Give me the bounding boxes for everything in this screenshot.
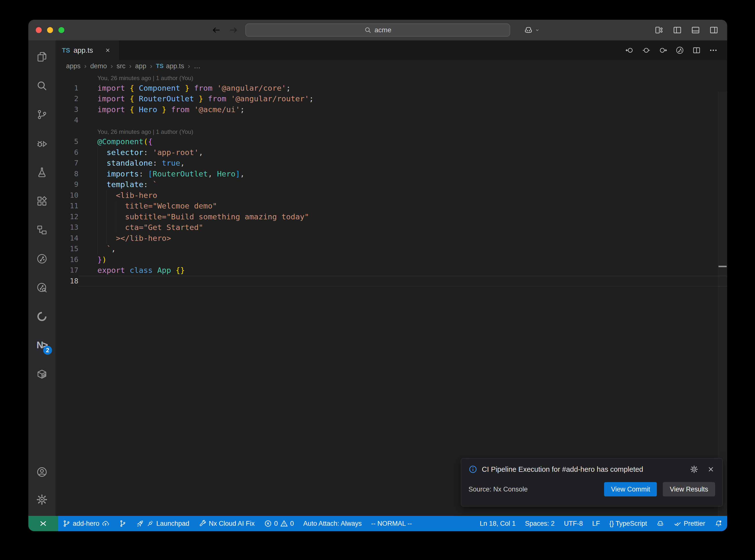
status-item-nx-cloud-ai-fix[interactable]: Nx Cloud AI Fix (194, 516, 259, 531)
status-item-notifications-bell[interactable] (710, 516, 727, 531)
line-number: 15 (56, 243, 78, 254)
code-token: class (130, 266, 157, 275)
gitlens-next-change-button[interactable] (659, 46, 668, 55)
code-token (97, 159, 106, 167)
code-token: : (143, 148, 153, 157)
code-line-17: 17export class App {} (56, 265, 727, 276)
minimize-window-button[interactable] (47, 27, 53, 33)
indent-guide (97, 212, 98, 222)
gitlens-previous-change-button[interactable] (625, 46, 634, 55)
activity-item-project-hierarchy[interactable] (28, 215, 56, 244)
activity-item-extensions[interactable] (28, 186, 56, 215)
activity-item-manage-settings[interactable] (28, 486, 56, 514)
line-content: <lib-hero (78, 190, 727, 201)
activity-item-run-and-debug[interactable] (28, 129, 56, 158)
nav-forward-button[interactable] (229, 25, 238, 35)
activity-item-nx-console[interactable]: N>2 (28, 331, 56, 360)
swirl-icon (36, 311, 48, 322)
gitlens-commit-graph-button[interactable] (675, 46, 684, 55)
activity-item-browser-tools[interactable] (28, 302, 56, 331)
activity-item-search[interactable] (28, 71, 56, 100)
indent-guide (116, 222, 116, 233)
indent-guide (97, 179, 98, 190)
status-item-label: 0 (290, 520, 294, 527)
breadcrumb-item-[interactable]: … (194, 62, 200, 70)
notification-settings-gear-icon[interactable] (690, 465, 698, 474)
notification-close-icon[interactable] (707, 465, 715, 474)
status-item-copilot[interactable] (652, 516, 669, 531)
line-number: 5 (56, 136, 78, 147)
code-token: } (157, 105, 166, 114)
status-item-git-graph[interactable] (114, 516, 132, 531)
code-token: {} (176, 266, 185, 275)
status-item-language-mode[interactable]: {} TypeScript (604, 516, 652, 531)
code-editor[interactable]: You, 26 minutes ago | 1 author (You)1imp… (56, 72, 727, 516)
typescript-file-icon: TS (62, 46, 70, 54)
code-line-5: 5@Component({ (56, 136, 727, 147)
activity-item-explorer[interactable] (28, 42, 56, 71)
line-content: `, (78, 243, 727, 254)
split-editor-button[interactable] (692, 46, 701, 55)
activity-bar: N>2 (28, 40, 56, 516)
code-token: { (130, 83, 139, 93)
toggle-secondary-sidebar-button[interactable] (709, 25, 719, 35)
status-bar: add-heroLaunchpadNx Cloud AI Fix00Auto A… (28, 516, 727, 531)
title-bar: acme (28, 20, 727, 40)
customize-layout-button[interactable] (654, 25, 664, 35)
tab-app-ts[interactable]: TS app.ts (56, 40, 119, 60)
breadcrumb-item-src[interactable]: src (117, 62, 125, 70)
activity-item-containers[interactable] (28, 360, 56, 388)
toggle-panel-button[interactable] (691, 25, 700, 35)
gitlens-inspect-icon (36, 282, 48, 294)
gitlens-open-changes-button[interactable] (642, 46, 651, 55)
indent-guide (97, 168, 98, 179)
code-token: : (139, 169, 148, 178)
code-line-9: 9 template: ` (56, 179, 727, 190)
breadcrumb-item-app[interactable]: app (135, 62, 146, 70)
status-item-auto-attach[interactable]: Auto Attach: Always (299, 516, 366, 531)
editor-scrollbar[interactable] (718, 92, 727, 516)
line-content: @Component({ (78, 136, 727, 147)
status-item-eol[interactable]: LF (588, 516, 605, 531)
code-token (97, 169, 106, 178)
activity-item-testing[interactable] (28, 158, 56, 186)
code-line-3: 3import { Hero } from '@acme/ui'; (56, 104, 727, 115)
activity-item-gitlens[interactable] (28, 244, 56, 273)
source-control-icon (36, 109, 48, 121)
breadcrumb-item-appts[interactable]: TSapp.ts (156, 62, 184, 70)
code-token: [ (148, 169, 153, 178)
code-token: import (97, 83, 130, 93)
status-item-indentation[interactable]: Spaces: 2 (520, 516, 559, 531)
status-item-encoding[interactable]: UTF-8 (559, 516, 588, 531)
copilot-menu[interactable] (523, 20, 540, 40)
status-item-problems[interactable]: 00 (259, 516, 299, 531)
code-token: , (180, 159, 185, 167)
zoom-window-button[interactable] (58, 27, 64, 33)
breadcrumb-item-apps[interactable]: apps (66, 62, 81, 70)
breadcrumb-item-demo[interactable]: demo (90, 62, 107, 70)
code-token: true (162, 159, 180, 167)
command-center-search[interactable]: acme (245, 23, 510, 37)
code-line-10: 10 <lib-hero (56, 190, 727, 201)
toggle-primary-sidebar-button[interactable] (672, 25, 682, 35)
status-item-vim-mode[interactable]: -- NORMAL -- (366, 516, 416, 531)
close-window-button[interactable] (36, 27, 42, 33)
status-item-git-branch[interactable]: add-hero (58, 516, 114, 531)
view-results-button[interactable]: View Results (663, 482, 715, 496)
view-commit-button[interactable]: View Commit (604, 482, 657, 496)
nav-back-button[interactable] (211, 25, 221, 35)
code-token: RouterOutlet (153, 169, 208, 178)
status-item-prettier[interactable]: Prettier (669, 516, 710, 531)
status-item-cursor-position[interactable]: Ln 18, Col 1 (475, 516, 520, 531)
line-content: }) (78, 254, 727, 265)
activity-item-gitlens-inspect[interactable] (28, 273, 56, 302)
activity-item-accounts[interactable] (28, 458, 56, 486)
status-item-gitlens-launchpad[interactable]: Launchpad (132, 516, 194, 531)
remote-indicator[interactable] (28, 516, 58, 531)
more-actions-button[interactable] (709, 46, 718, 55)
code-token: } (194, 94, 203, 103)
breadcrumb-label: app (135, 62, 146, 70)
close-tab-button[interactable] (103, 45, 113, 55)
line-number: 9 (56, 179, 78, 190)
activity-item-source-control[interactable] (28, 100, 56, 129)
